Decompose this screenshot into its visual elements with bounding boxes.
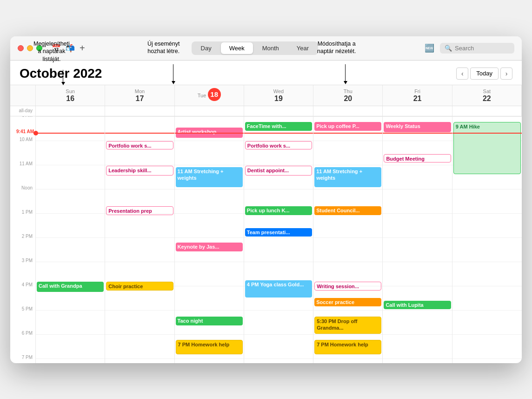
event-e17[interactable]: Pick up coffee P... xyxy=(314,122,381,131)
focus-icon[interactable]: 🆕 xyxy=(425,43,434,53)
event-e24[interactable]: Weekly Status xyxy=(384,122,451,132)
event-e19[interactable]: Student Council... xyxy=(314,206,381,215)
hour-line xyxy=(105,237,174,238)
hour-line xyxy=(244,189,313,189)
hour-line xyxy=(36,310,105,311)
event-e9[interactable]: Taco night xyxy=(176,317,243,325)
today-button[interactable]: Today xyxy=(470,68,499,80)
event-e5[interactable]: Choir practice xyxy=(106,282,173,291)
event-e13[interactable]: Dentist appoint... xyxy=(245,166,312,176)
event-e27[interactable]: 9 AM Hike xyxy=(453,122,521,174)
hour-line xyxy=(452,310,522,311)
hour-line xyxy=(383,262,452,262)
event-e20[interactable]: Writing session... xyxy=(314,282,381,291)
event-e3[interactable]: Leadership skill... xyxy=(106,166,173,176)
hour-line xyxy=(313,262,382,262)
event-e14[interactable]: Pick up lunch K... xyxy=(245,206,312,215)
hour-line xyxy=(452,116,522,117)
hour-line xyxy=(452,286,522,286)
current-time-line xyxy=(175,133,244,134)
event-e1[interactable]: Call with Grandpa xyxy=(37,282,104,292)
event-e7[interactable]: 11 AM Stretching + weights xyxy=(176,167,243,188)
allday-tue xyxy=(175,106,244,116)
hour-line xyxy=(36,213,105,214)
event-e11[interactable]: FaceTime with... xyxy=(245,122,312,131)
calendar-window: Megjeleníthetia naptáraklistáját. Új ese… xyxy=(10,36,522,363)
tab-month[interactable]: Month xyxy=(254,42,287,54)
day-col-fri: Weekly StatusBudget MeetingCall with Lup… xyxy=(383,116,452,363)
hour-line xyxy=(383,141,452,141)
day-header-thu: Thu 20 xyxy=(313,85,383,106)
hour-line xyxy=(175,310,244,311)
time-label-2: 11 AM xyxy=(20,161,33,166)
event-e25[interactable]: Budget Meeting xyxy=(384,154,451,163)
event-e26[interactable]: Call with Lupita xyxy=(384,301,451,310)
search-input[interactable] xyxy=(455,45,510,52)
allday-sat xyxy=(452,106,522,116)
hour-line xyxy=(105,189,174,189)
event-e8[interactable]: Keynote by Jas... xyxy=(176,243,243,251)
hour-line xyxy=(175,262,244,262)
current-time-line xyxy=(36,133,105,134)
hour-line xyxy=(175,189,244,189)
event-e15[interactable]: Team presentati... xyxy=(245,228,312,237)
event-e12[interactable]: Portfolio work s... xyxy=(245,141,312,150)
hour-line xyxy=(383,213,452,214)
hour-line xyxy=(36,189,105,189)
hour-line xyxy=(383,286,452,286)
hour-line xyxy=(452,237,522,238)
day-col-mon: Portfolio work s...Leadership skill...Pr… xyxy=(105,116,174,363)
hour-line xyxy=(383,165,452,165)
time-grid: 9 AM10 AM11 AMNoon1 PM2 PM3 PM4 PM5 PM6 … xyxy=(10,116,522,363)
event-e18[interactable]: 11 AM Stretching + weights xyxy=(314,167,381,188)
event-e23[interactable]: 7 PM Homework help xyxy=(314,340,381,354)
tab-day[interactable]: Day xyxy=(193,42,220,54)
time-label-10: 7 PM xyxy=(22,355,33,360)
hour-line xyxy=(244,116,313,117)
event-e2[interactable]: Portfolio work s... xyxy=(106,141,173,150)
next-week-button[interactable]: › xyxy=(500,68,512,80)
day-header-tue: Tue 18 xyxy=(175,85,244,106)
allday-mon xyxy=(105,106,174,116)
allday-label: all-day xyxy=(10,106,36,116)
add-event-icon[interactable]: + xyxy=(80,43,85,54)
current-time-line xyxy=(105,133,174,134)
hour-line xyxy=(244,262,313,262)
allday-thu xyxy=(313,106,383,116)
day-header-sun: Sun 16 xyxy=(36,85,105,106)
hour-line xyxy=(36,237,105,238)
maximize-button[interactable] xyxy=(36,45,42,51)
hour-line xyxy=(36,262,105,262)
tab-week[interactable]: Week xyxy=(221,42,253,54)
minimize-button[interactable] xyxy=(27,45,33,51)
current-time-line xyxy=(452,133,522,134)
close-button[interactable] xyxy=(18,45,24,51)
inbox-icon[interactable]: 📬 xyxy=(66,44,75,53)
event-e10[interactable]: 7 PM Homework help xyxy=(176,340,243,354)
prev-week-button[interactable]: ‹ xyxy=(456,68,468,80)
current-time-label: 9:41 AM xyxy=(16,129,34,134)
allday-fri xyxy=(383,106,452,116)
time-slot-10: 7 PM xyxy=(10,358,36,363)
hour-line xyxy=(36,334,105,335)
hour-line xyxy=(105,310,174,311)
hour-line xyxy=(313,141,382,141)
view-tabs: Day Week Month Year xyxy=(192,41,319,55)
calendar-list-icon[interactable]: 📅 xyxy=(52,44,61,53)
tab-year[interactable]: Year xyxy=(288,42,317,54)
current-time-line xyxy=(383,133,452,134)
search-icon: 🔍 xyxy=(445,45,452,52)
hour-line xyxy=(313,189,382,189)
day-header-wed: Wed 19 xyxy=(244,85,313,106)
hour-line xyxy=(175,213,244,214)
titlebar-right: 🆕 🔍 xyxy=(425,43,514,54)
hour-line xyxy=(105,358,174,359)
event-e16[interactable]: 4 PM Yoga class Gold... xyxy=(245,280,312,298)
hour-line xyxy=(244,358,313,359)
event-e4[interactable]: Presentation prep xyxy=(106,206,173,215)
day-headers: Sun 16 Mon 17 Tue 18 Wed 19 Thu 20 Fri 2… xyxy=(10,85,522,106)
event-e22[interactable]: 5:30 PM Drop off Grandma... xyxy=(314,317,381,334)
event-e21[interactable]: Soccer practice xyxy=(314,298,381,307)
hour-line xyxy=(383,116,452,117)
hour-line xyxy=(313,358,382,359)
